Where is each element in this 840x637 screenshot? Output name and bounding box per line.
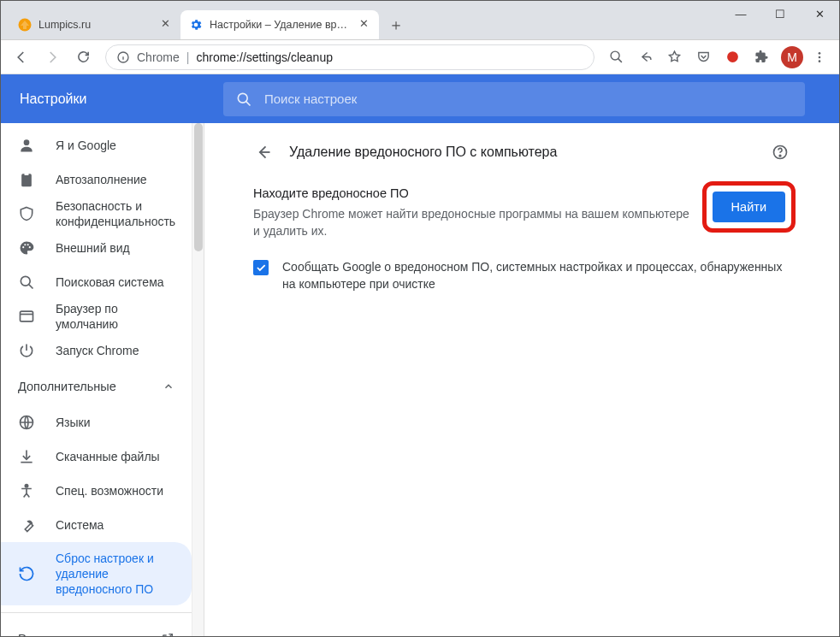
section-title: Находите вредоносное ПО <box>253 186 690 200</box>
url-separator: | <box>186 50 190 64</box>
panel-header: Удаление вредоносного ПО с компьютера <box>253 135 790 169</box>
sidebar-item-privacy[interactable]: Безопасность и конфиденциальность <box>1 197 192 231</box>
report-row: Сообщать Google о вредоносном ПО, систем… <box>253 258 790 292</box>
sidebar-item-appearance[interactable]: Внешний вид <box>1 231 192 265</box>
browser-tab-lumpics[interactable]: Lumpics.ru ✕ <box>9 10 180 39</box>
reload-button[interactable] <box>69 44 97 71</box>
sidebar-item-downloads[interactable]: Скачанные файлы <box>1 439 192 474</box>
adblock-icon[interactable] <box>719 44 745 70</box>
browser-toolbar: Chrome | chrome://settings/cleanup M <box>1 40 839 74</box>
sidebar-item-extensions[interactable]: Расширения <box>1 620 192 636</box>
sidebar-item-system[interactable]: Система <box>1 508 192 542</box>
svg-point-15 <box>24 244 26 245</box>
sidebar-item-search-engine[interactable]: Поисковая система <box>1 265 192 299</box>
palette-icon <box>18 239 35 257</box>
close-icon[interactable]: ✕ <box>158 18 172 32</box>
sidebar-item-languages[interactable]: Языки <box>1 405 192 439</box>
section-description: Браузер Chrome может найти вредоносные п… <box>253 205 690 239</box>
new-tab-button[interactable]: ＋ <box>384 13 408 37</box>
sidebar-item-label: Браузер по умолчанию <box>56 301 175 332</box>
svg-line-5 <box>618 59 621 62</box>
close-window-button[interactable]: ✕ <box>800 1 839 27</box>
window-titlebar: Lumpics.ru ✕ Настройки – Удаление вредон… <box>1 1 839 40</box>
svg-point-8 <box>819 56 821 58</box>
sidebar-item-reset-cleanup[interactable]: Сброс настроек и удаление вредоносного П… <box>1 542 192 605</box>
help-icon[interactable] <box>770 142 790 162</box>
zoom-icon[interactable] <box>603 44 629 70</box>
pocket-icon[interactable] <box>690 44 716 70</box>
sidebar-item-label: Система <box>56 517 104 533</box>
svg-line-19 <box>29 285 33 289</box>
extensions-icon[interactable] <box>748 44 774 70</box>
maximize-button[interactable]: ☐ <box>760 1 800 27</box>
restore-icon <box>18 565 35 582</box>
share-icon[interactable] <box>632 44 658 70</box>
sidebar-item-accessibility[interactable]: Спец. возможности <box>1 474 192 508</box>
svg-rect-13 <box>25 173 29 175</box>
chevron-up-icon <box>163 380 175 392</box>
sidebar-item-label: Автозаполнение <box>56 172 147 187</box>
page-title: Удаление вредоносного ПО с компьютера <box>289 145 754 160</box>
close-icon[interactable]: ✕ <box>357 18 370 32</box>
report-label: Сообщать Google о вредоносном ПО, систем… <box>282 258 790 292</box>
svg-rect-20 <box>21 311 33 321</box>
svg-point-17 <box>29 246 31 248</box>
menu-icon[interactable] <box>807 44 832 70</box>
find-button-highlight: Найти <box>707 186 790 227</box>
person-icon <box>18 137 35 154</box>
settings-header: Настройки <box>1 74 839 123</box>
back-button[interactable] <box>8 44 35 71</box>
sidebar-item-on-startup[interactable]: Запуск Chrome <box>1 333 192 368</box>
sidebar-item-label: Безопасность и конфиденциальность <box>56 198 175 229</box>
window-controls: — ☐ ✕ <box>721 1 839 27</box>
svg-point-16 <box>27 244 29 245</box>
sidebar-item-label: Расширения <box>18 632 90 636</box>
sidebar-scrollbar[interactable] <box>192 123 204 636</box>
globe-icon <box>18 414 35 431</box>
find-button[interactable]: Найти <box>713 192 785 222</box>
gear-icon <box>189 18 203 32</box>
sidebar-item-you-google[interactable]: Я и Google <box>1 128 192 162</box>
report-checkbox[interactable] <box>253 260 269 275</box>
download-icon <box>18 448 35 465</box>
accessibility-icon <box>18 482 35 499</box>
forward-button[interactable] <box>38 44 66 71</box>
sidebar-item-autofill[interactable]: Автозаполнение <box>1 162 192 197</box>
favicon-lumpics <box>18 18 32 32</box>
tab-strip: Lumpics.ru ✕ Настройки – Удаление вредон… <box>1 1 408 39</box>
svg-point-18 <box>21 276 30 286</box>
settings-brand: Настройки <box>1 91 223 107</box>
sidebar-item-label: Внешний вид <box>56 240 130 256</box>
url-text: chrome://settings/cleanup <box>196 50 333 64</box>
panel-back-button[interactable] <box>253 142 274 162</box>
profile-avatar[interactable]: M <box>781 46 803 68</box>
scrollbar-thumb[interactable] <box>194 123 203 251</box>
bookmark-star-icon[interactable] <box>661 44 687 70</box>
sidebar-item-default-browser[interactable]: Браузер по умолчанию <box>1 299 192 333</box>
sidebar-divider <box>1 612 192 613</box>
address-bar[interactable]: Chrome | chrome://settings/cleanup <box>105 44 595 70</box>
minimize-button[interactable]: — <box>721 1 760 27</box>
svg-point-10 <box>238 93 247 103</box>
search-icon <box>18 274 35 291</box>
svg-point-12 <box>24 139 30 145</box>
sidebar-item-label: Скачанные файлы <box>56 449 160 464</box>
browser-tab-settings[interactable]: Настройки – Удаление вредонос ✕ <box>180 10 379 39</box>
settings-search[interactable] <box>223 82 805 116</box>
svg-point-7 <box>819 52 821 55</box>
tab-title: Настройки – Удаление вредонос <box>210 19 352 31</box>
power-icon <box>18 342 35 359</box>
settings-sidebar: Я и Google Автозаполнение Безопасность и… <box>1 123 204 636</box>
tab-title: Lumpics.ru <box>38 19 153 31</box>
site-info-icon[interactable] <box>116 50 130 64</box>
svg-point-9 <box>819 60 821 62</box>
sidebar-advanced-toggle[interactable]: Дополнительные <box>1 368 192 405</box>
sidebar-item-label: Я и Google <box>56 138 116 153</box>
svg-point-25 <box>779 155 781 156</box>
svg-point-23 <box>25 485 27 487</box>
settings-search-input[interactable] <box>264 91 793 106</box>
sidebar-advanced-label: Дополнительные <box>18 380 116 393</box>
sidebar-item-label: Поисковая система <box>56 274 164 290</box>
shield-icon <box>18 205 35 222</box>
sidebar-item-label: Сброс настроек и удаление вредоносного П… <box>56 551 175 597</box>
